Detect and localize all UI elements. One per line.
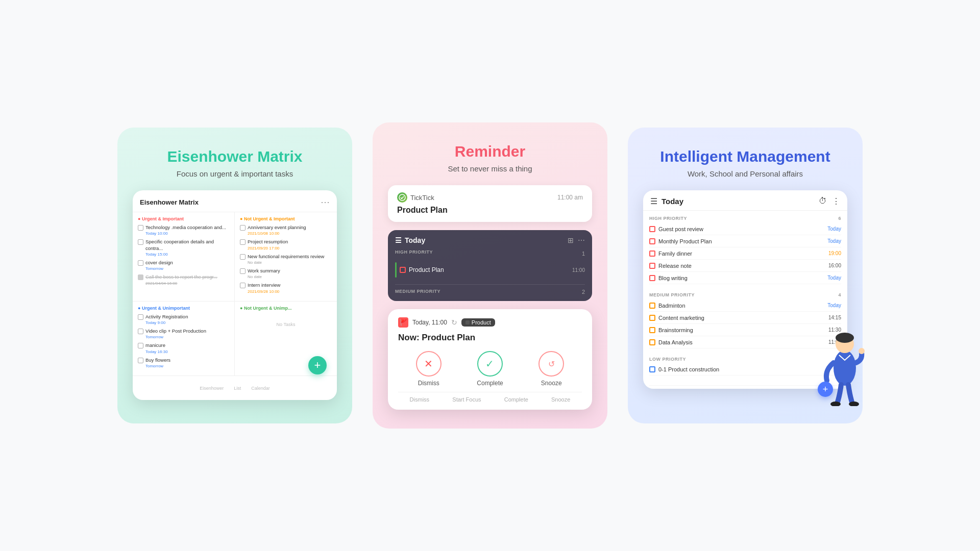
- widget-medium-header: MEDIUM PRIORITY 2: [395, 289, 585, 295]
- intelligent-subtitle: Work, School and Personal affairs: [688, 169, 803, 178]
- widget-task-item: Product Plan 11:00: [395, 260, 585, 280]
- task-date: Today 10:00: [145, 231, 226, 236]
- task-date: No date: [248, 274, 280, 279]
- task-name: Badminton: [658, 303, 685, 309]
- quadrant-urgent-important: ● Urgent & Important Technology .media c…: [133, 212, 235, 302]
- task-name: Technology .media cooperation and...: [145, 224, 226, 231]
- table-row: Project resumption 2021/09/20 17:00: [240, 239, 332, 250]
- task-flag-orange[interactable]: [649, 327, 655, 333]
- task-checkbox[interactable]: [138, 260, 143, 266]
- task-name: Anniversary event planning: [248, 224, 306, 231]
- task-name: Guest post review: [658, 226, 703, 232]
- phone-bottom-bar: Eisenhower List Calendar: [133, 375, 337, 400]
- table-row: manicure Today 16:30: [138, 342, 229, 354]
- task-name: Data Analysis: [658, 339, 693, 345]
- bottom-complete[interactable]: Complete: [504, 396, 528, 403]
- grid-icon[interactable]: ⊞: [568, 236, 574, 244]
- task-flag-orange[interactable]: [649, 303, 655, 309]
- hamburger-icon[interactable]: ☰: [650, 196, 657, 206]
- more-icon[interactable]: ⋯: [578, 236, 585, 244]
- task-flag-red[interactable]: [649, 263, 655, 269]
- bottom-label-1: Eisenhower: [200, 386, 224, 391]
- task-left: Data Analysis: [649, 339, 693, 345]
- table-row: Intern interview 2021/09/28 10:00: [240, 282, 332, 293]
- widget-high-header: HIGH PRIORITY 1: [395, 249, 585, 258]
- table-row: Data Analysis 11:00: [649, 336, 841, 348]
- more-icon[interactable]: ⋮: [832, 196, 840, 206]
- task-checkbox[interactable]: [138, 358, 143, 363]
- bottom-dismiss[interactable]: Dismiss: [410, 396, 430, 403]
- task-checkbox[interactable]: [240, 239, 246, 245]
- task-flag-red[interactable]: [649, 226, 655, 232]
- task-time: 14:15: [828, 314, 841, 321]
- medium-priority-label: MEDIUM PRIORITY: [395, 289, 440, 295]
- task-left: Badminton: [649, 303, 685, 309]
- task-flag-blue[interactable]: [649, 366, 655, 372]
- task-date: Today 16:30: [145, 349, 168, 354]
- alert-meta: 🚩 Today, 11:00 ↻ Product: [398, 317, 582, 328]
- task-time: Today: [827, 238, 841, 244]
- task-checkbox[interactable]: [240, 225, 246, 231]
- today-widget: ☰ Today ⊞ ⋯ HIGH PRIORITY 1: [388, 230, 592, 301]
- task-left: Monthly Product Plan: [649, 238, 712, 244]
- task-date: 2021/04/04 16:00: [145, 281, 217, 286]
- task-name: Monthly Product Plan: [658, 238, 712, 244]
- table-row: Anniversary event planning 2021/10/08 10…: [240, 224, 332, 236]
- widget-task-time: 11:00: [572, 267, 585, 273]
- complete-circle: ✓: [477, 351, 503, 377]
- table-row: Release note 16:00: [649, 260, 841, 272]
- table-row: [649, 375, 841, 386]
- phone-header: Eisenhower Matrix ⋯: [133, 190, 337, 212]
- task-name: Call the boss to report the progr...: [145, 274, 217, 280]
- add-task-fab[interactable]: +: [308, 356, 327, 374]
- alert-task-title: Now: Product Plan: [398, 333, 582, 343]
- task-bar-indicator: [395, 262, 397, 278]
- alert-flag-icon: 🚩: [398, 317, 408, 328]
- alert-tag: Product: [461, 318, 495, 327]
- task-date: Today 15:00: [145, 252, 229, 257]
- widget-task-check[interactable]: [400, 267, 406, 273]
- svg-point-1: [834, 350, 856, 386]
- task-name: Project resumption: [248, 239, 288, 245]
- task-date: 2021/09/20 17:00: [248, 246, 288, 251]
- low-priority-section: LOW PRIORITY 0-1 Product construction: [643, 352, 847, 389]
- task-checkbox-done[interactable]: [138, 274, 143, 280]
- eisenhower-title: Eisenhower Matrix: [167, 148, 302, 165]
- table-row: New functional requirements review No da…: [240, 254, 332, 265]
- task-flag-red[interactable]: [649, 251, 655, 257]
- medium-priority-header: MEDIUM PRIORITY 4: [649, 292, 841, 297]
- task-checkbox[interactable]: [138, 343, 143, 348]
- dismiss-label: Dismiss: [418, 380, 439, 387]
- widget-task-name: Product Plan: [409, 266, 444, 273]
- timer-icon[interactable]: ⏱: [819, 196, 827, 206]
- dots-icon[interactable]: ⋯: [321, 196, 330, 208]
- table-row: 0-1 Product construction: [649, 364, 841, 375]
- complete-label: Complete: [477, 380, 503, 387]
- task-checkbox[interactable]: [138, 329, 143, 334]
- task-date: Tomorrow: [145, 266, 173, 271]
- task-left: Content marketing: [649, 315, 704, 321]
- task-flag-red[interactable]: [649, 238, 655, 244]
- complete-action[interactable]: ✓ Complete: [477, 351, 503, 387]
- task-checkbox[interactable]: [138, 314, 143, 320]
- snooze-action[interactable]: ↺ Snooze: [538, 351, 564, 387]
- quadrant-not-urgent-important: ● Not Urgent & Important Anniversary eve…: [235, 212, 337, 302]
- matrix-grid: ● Urgent & Important Technology .media c…: [133, 212, 337, 375]
- task-checkbox[interactable]: [240, 268, 246, 274]
- bottom-focus[interactable]: Start Focus: [452, 396, 481, 403]
- table-row: Activity Registration Today 9:00: [138, 314, 229, 325]
- task-checkbox[interactable]: [138, 239, 143, 245]
- snooze-circle: ↺: [538, 351, 564, 377]
- task-flag-orange[interactable]: [649, 315, 655, 321]
- add-task-fab[interactable]: +: [818, 382, 833, 397]
- task-flag-orange[interactable]: [649, 339, 655, 345]
- task-flag-red[interactable]: [649, 275, 655, 281]
- task-checkbox[interactable]: [240, 283, 246, 288]
- eisenhower-subtitle: Focus on urgent & important tasks: [177, 169, 293, 178]
- task-checkbox[interactable]: [240, 254, 246, 260]
- reminder-title: Reminder: [455, 143, 525, 160]
- dismiss-action[interactable]: ✕ Dismiss: [416, 351, 442, 387]
- task-checkbox[interactable]: [138, 225, 143, 231]
- task-name: manicure: [145, 342, 168, 348]
- bottom-snooze[interactable]: Snooze: [551, 396, 570, 403]
